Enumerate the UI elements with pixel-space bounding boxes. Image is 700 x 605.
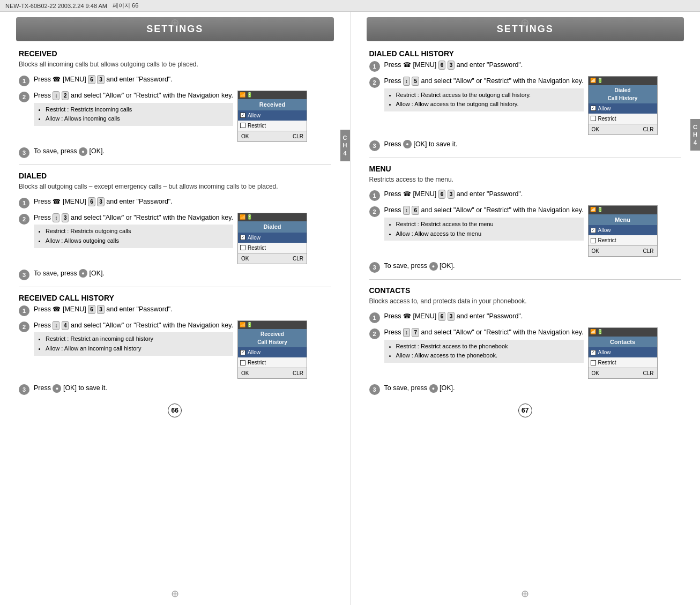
checkbox-allow-4: ✓	[591, 106, 596, 111]
key-3rch: 3	[97, 305, 105, 314]
checkbox-allow-1: ✓	[240, 113, 245, 118]
key-5dch: 5	[412, 77, 419, 86]
key-nav-d: ↕	[53, 213, 59, 222]
menu-step-num-2: 2	[369, 206, 380, 217]
contacts-step1-text: Press ☎ [MENU] 6 3 and enter "Password".	[384, 311, 682, 322]
rch-step2-text-area: Press ↕ 4 and select "Allow" or "Restric…	[34, 320, 233, 356]
phone-footer-6: OK CLR	[589, 368, 657, 378]
dialed-step2-text-area: Press ↕ 3 and select "Allow" or "Restric…	[34, 213, 233, 248]
dialed-bullet-1: Restrict : Restricts outgoing calls	[46, 227, 229, 236]
dch-step2-row: Press ↕ 5 and select "Allow" or "Restric…	[384, 76, 682, 135]
save-icon-6: ●	[429, 384, 438, 393]
dch-step-num-3: 3	[369, 140, 380, 151]
section-contacts: CONTACTS Blocks access to, and protects …	[369, 286, 682, 395]
page-label: 페이지 66	[113, 2, 138, 10]
section-dialed: DIALED Blocks all outgoing calls – excep…	[19, 171, 331, 280]
menu-step3: 3 To save, press ● [OK].	[369, 261, 682, 273]
rch-step3: 3 Press ● [OK] to save it.	[19, 383, 331, 395]
key-3dch: 3	[448, 61, 455, 70]
left-panel-body: RECEIVED Blocks all incoming calls but a…	[0, 49, 350, 395]
key-4rch: 4	[62, 321, 69, 330]
phone-item-restrict-2: Restrict	[238, 243, 307, 253]
section-received: RECEIVED Blocks all incoming calls but a…	[19, 49, 331, 158]
checkbox-restrict-3	[240, 360, 245, 365]
dialed-step3-text: To save, press ● [OK].	[34, 268, 331, 279]
phone-icon-rch1: ☎	[53, 304, 61, 314]
dialed-step-num-2: 2	[19, 214, 29, 225]
key-6rch: 6	[88, 305, 95, 314]
phone-item-allow-3: ✓ Allow	[238, 347, 307, 357]
dialed-title: DIALED	[19, 171, 331, 180]
key-3d2: 3	[62, 213, 69, 222]
filename-label: NEW-TX-60B02-22 2003.2.24 9:48 AM	[5, 3, 107, 9]
ch-tab-right: CH4	[690, 119, 700, 151]
crosshair-bottom-left: ⊕	[171, 588, 179, 600]
received-step3: 3 To save, press ● [OK].	[19, 146, 331, 158]
contacts-step2-text-area: Press ↕ 7 and select "Allow" or "Restric…	[384, 327, 584, 363]
received-bullet-2: Allow : Allows incoming calls	[46, 114, 229, 124]
key-nav-c: ↕	[403, 328, 410, 337]
key-6: 6	[88, 75, 95, 84]
save-icon-4: ●	[403, 140, 412, 148]
dch-step3-text: Press ● [OK] to save it.	[384, 139, 682, 150]
save-icon-1: ●	[79, 147, 87, 156]
section-menu: MENU Restricts access to the menu. 1 Pre…	[369, 165, 682, 273]
phone-icon: ☎	[53, 74, 61, 84]
rch-title: RECEIVED CALL HISTORY	[19, 294, 331, 302]
clr-label: CLR	[293, 132, 303, 140]
contacts-step-num-3: 3	[369, 384, 380, 395]
rch-step1: 1 Press ☎ [MENU] 6 3 and enter "Password…	[19, 304, 331, 316]
contacts-step2: 2 Press ↕ 7 and select "Allow" or "Restr…	[369, 327, 682, 379]
key-3d: 3	[97, 197, 105, 206]
phone-item-allow-6: ✓ Allow	[589, 347, 657, 357]
dialed-phone-ui: 📶🔋 Dialed ✓ Allow Restrict	[237, 213, 307, 264]
phone-item-restrict-1: Restrict	[238, 121, 307, 131]
phone-item-restrict-6: Restrict	[589, 357, 657, 368]
dch-step-num-2: 2	[369, 77, 380, 88]
phone-icon-d1: ☎	[53, 197, 61, 206]
dch-step1-text: Press ☎ [MENU] 6 3 and enter "Password".	[384, 60, 682, 70]
dialed-bullets: Restrict : Restricts outgoing calls Allo…	[34, 225, 233, 248]
received-phone-ui: 📶🔋 Received ✓ Allow Restrict	[237, 91, 307, 142]
save-icon-5: ●	[429, 262, 438, 271]
received-desc: Blocks all incoming calls but allows out…	[19, 60, 331, 69]
key-nav-dch: ↕	[403, 77, 410, 86]
dialed-step-num-1: 1	[19, 198, 29, 208]
phone-footer-4: OK CLR	[589, 124, 657, 135]
phone-title-dch: DialedCall History	[589, 85, 657, 103]
phone-title-contacts: Contacts	[589, 337, 657, 348]
divider-3	[369, 158, 682, 158]
menu-bullets: Restrict : Restrict access to the menu A…	[384, 218, 584, 241]
divider-1	[19, 165, 331, 165]
page-num-right: 67	[518, 404, 532, 417]
right-panel-body: DIALED CALL HISTORY 1 Press ☎ [MENU] 6 3…	[351, 49, 701, 395]
right-footer: 67	[351, 399, 701, 420]
rch-bullet-1: Restrict : Restrict an incoming call his…	[46, 334, 229, 344]
rch-step2: 2 Press ↕ 4 and select "Allow" or "Restr…	[19, 320, 331, 379]
ch-tab-left: CH4	[340, 130, 350, 161]
rch-step3-text: Press ● [OK] to save it.	[34, 383, 331, 393]
rch-bullet-2: Allow : Allow an incoming call history	[46, 344, 229, 354]
contacts-step-num-1: 1	[369, 312, 380, 323]
checkbox-restrict-5	[591, 238, 596, 243]
dialed-step2-row: Press ↕ 3 and select "Allow" or "Restric…	[34, 213, 331, 264]
left-footer: 66	[0, 399, 350, 420]
rch-step2-content: Press ↕ 4 and select "Allow" or "Restric…	[34, 320, 331, 379]
crosshair-top-left: ⊕	[170, 16, 180, 29]
checkbox-allow-3: ✓	[240, 350, 245, 355]
received-step3-text: To save, press ● [OK].	[34, 146, 331, 156]
section-dialed-call-history: DIALED CALL HISTORY 1 Press ☎ [MENU] 6 3…	[369, 49, 682, 151]
phone-title-received: Received	[238, 99, 307, 110]
page-num-left: 66	[168, 404, 182, 417]
menu-step2-row: Press ↕ 6 and select "Allow" or "Restric…	[384, 205, 682, 257]
key-6c: 6	[438, 312, 446, 321]
ok-label: OK	[241, 132, 249, 140]
step-num-1: 1	[19, 76, 29, 86]
rch-step-num-2: 2	[19, 322, 29, 332]
key-6m: 6	[438, 190, 446, 199]
left-panel: ⊕ SETTINGS CH4 RECEIVED Blocks all incom…	[0, 12, 351, 605]
top-bar: NEW-TX-60B02-22 2003.2.24 9:48 AM 페이지 66	[0, 0, 700, 12]
crosshair-bottom-right: ⊕	[521, 588, 529, 600]
phone-item-allow-1: ✓ Allow	[238, 110, 307, 121]
menu-step1-text: Press ☎ [MENU] 6 3 and enter "Password".	[384, 189, 682, 199]
